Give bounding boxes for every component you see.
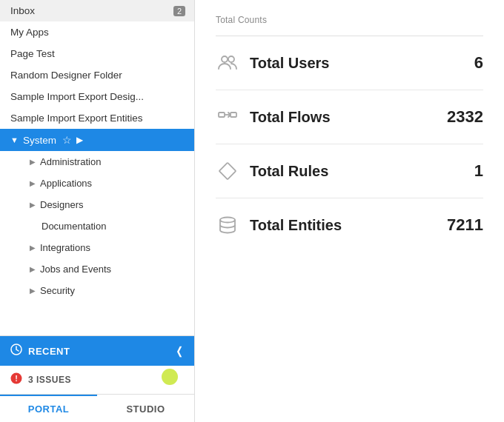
- entities-label: Total Entities: [250, 217, 439, 234]
- recent-label: RECENT: [28, 346, 70, 357]
- sidebar-item-inbox[interactable]: Inbox 2: [0, 0, 194, 21]
- sidebar-item-label: Inbox: [10, 5, 35, 16]
- sidebar-item-jobs-and-events[interactable]: ▶ Jobs and Events: [0, 258, 194, 280]
- issues-bar[interactable]: ! 3 ISSUES: [0, 366, 194, 394]
- svg-point-3: [222, 56, 228, 62]
- sidebar-bottom: RECENT ❬ ! 3 ISSUES PORTAL STUDIO: [0, 335, 194, 422]
- clock-icon: [10, 344, 22, 358]
- users-icon: [216, 51, 239, 75]
- sidebar-item-sample-import-desig[interactable]: Sample Import Export Desig...: [0, 86, 194, 107]
- rules-label: Total Rules: [250, 163, 439, 180]
- expand-arrow-icon: ▶: [30, 201, 36, 209]
- sidebar-sub-item-label: Security: [40, 285, 75, 296]
- users-label: Total Users: [250, 55, 439, 72]
- svg-point-9: [220, 218, 235, 223]
- sidebar-item-label: Random Designer Folder: [10, 70, 122, 81]
- stat-row-rules: Total Rules 1: [216, 144, 483, 198]
- entities-icon: [216, 213, 239, 237]
- sidebar-item-label: System: [23, 135, 56, 146]
- sidebar-item-sample-import-entities[interactable]: Sample Import Export Entities: [0, 107, 194, 129]
- sidebar-sub-item-label: Jobs and Events: [40, 264, 111, 275]
- sidebar-sub-item-label: Documentation: [42, 221, 106, 232]
- sidebar-item-applications[interactable]: ▶ Applications: [0, 173, 194, 194]
- sidebar-item-label: My Apps: [10, 27, 49, 38]
- flows-label: Total Flows: [250, 109, 439, 126]
- sidebar-item-system[interactable]: ▼ System ☆ ▶: [0, 129, 194, 151]
- collapse-icon: ❬: [175, 345, 185, 357]
- expand-arrow-icon: ▶: [30, 244, 36, 252]
- sidebar-item-security[interactable]: ▶ Security: [0, 280, 194, 301]
- sidebar-item-label: Page Test: [10, 48, 55, 59]
- sidebar-item-label: Sample Import Export Desig...: [10, 91, 144, 102]
- section-label: Total Counts: [216, 15, 483, 25]
- expand-arrow-icon: ▶: [30, 179, 36, 187]
- rules-icon: [216, 159, 239, 183]
- svg-point-4: [228, 56, 234, 62]
- sidebar-item-administration[interactable]: ▶ Administration: [0, 151, 194, 173]
- sidebar-item-integrations[interactable]: ▶ Integrations: [0, 237, 194, 258]
- flows-icon: [216, 105, 239, 129]
- users-value: 6: [439, 53, 483, 73]
- recent-bar[interactable]: RECENT ❬: [0, 336, 194, 366]
- star-icon[interactable]: ☆: [62, 134, 72, 146]
- collapse-arrow-icon: ▼: [10, 135, 19, 144]
- tab-portal[interactable]: PORTAL: [0, 395, 97, 422]
- warning-icon: !: [10, 372, 22, 387]
- tab-studio[interactable]: STUDIO: [97, 395, 194, 422]
- rules-value: 1: [439, 161, 483, 181]
- expand-arrow-icon: ▶: [30, 287, 36, 295]
- tab-bar: PORTAL STUDIO: [0, 394, 194, 422]
- expand-arrow-icon: ▶: [30, 265, 36, 273]
- sidebar-sub-item-label: Integrations: [40, 242, 90, 253]
- stat-row-users: Total Users 6: [216, 36, 483, 90]
- sidebar-sub-item-label: Applications: [40, 178, 92, 189]
- sidebar-item-page-test[interactable]: Page Test: [0, 43, 194, 64]
- stat-row-entities: Total Entities 7211: [216, 198, 483, 252]
- main-content: Total Counts Total Users 6 Total Flows 2…: [195, 0, 504, 422]
- sidebar-item-designers[interactable]: ▶ Designers: [0, 194, 194, 215]
- sidebar-sub-item-label: Administration: [40, 156, 101, 167]
- sidebar: Inbox 2 My Apps Page Test Random Designe…: [0, 0, 195, 422]
- stat-row-flows: Total Flows 2332: [216, 90, 483, 144]
- inbox-badge: 2: [173, 6, 185, 16]
- svg-rect-5: [219, 113, 225, 117]
- sidebar-item-documentation[interactable]: Documentation: [0, 215, 194, 237]
- svg-text:!: !: [15, 374, 18, 383]
- sidebar-item-random-designer[interactable]: Random Designer Folder: [0, 64, 194, 86]
- svg-rect-6: [231, 113, 236, 117]
- sidebar-item-label: Sample Import Export Entities: [10, 113, 143, 124]
- sidebar-item-my-apps[interactable]: My Apps: [0, 21, 194, 43]
- chevron-right-icon: ▶: [76, 135, 83, 145]
- sidebar-sub-item-label: Designers: [40, 199, 84, 210]
- expand-arrow-icon: ▶: [30, 158, 36, 166]
- entities-value: 7211: [439, 215, 483, 235]
- issues-label: 3 ISSUES: [28, 375, 71, 385]
- svg-rect-8: [219, 163, 236, 180]
- sidebar-nav: Inbox 2 My Apps Page Test Random Designe…: [0, 0, 194, 335]
- flows-value: 2332: [439, 107, 483, 127]
